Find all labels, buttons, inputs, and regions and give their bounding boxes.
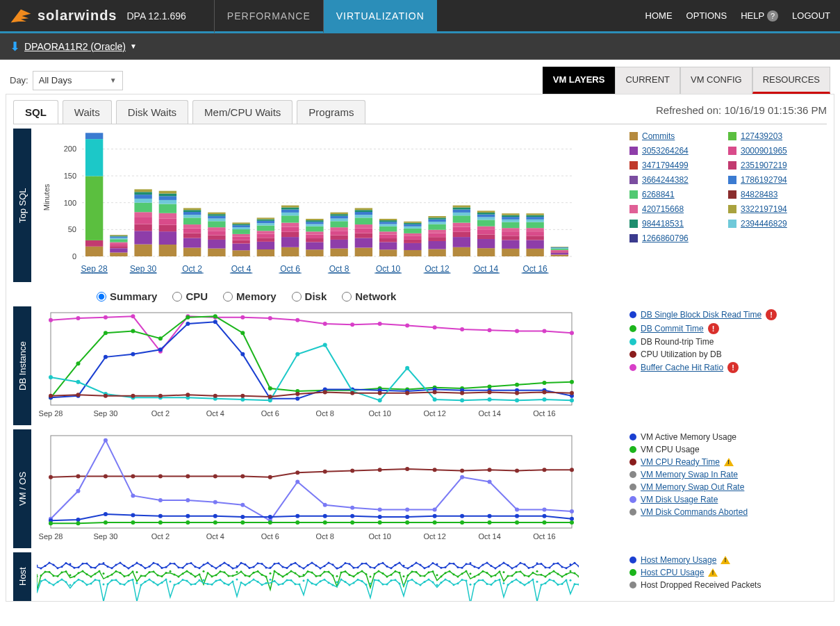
svg-point-587 xyxy=(149,571,151,573)
download-arrow-icon[interactable]: ⬇ xyxy=(10,39,20,54)
svg-point-712 xyxy=(124,584,126,586)
svg-point-472 xyxy=(215,567,217,569)
legend-label[interactable]: VM Disk Commands Aborted xyxy=(641,507,748,517)
legend-item[interactable]: 127439203 xyxy=(728,131,823,141)
legend-label[interactable]: Host Memory Usage xyxy=(641,555,716,565)
legend-link[interactable]: 1266860796 xyxy=(642,233,689,243)
legend-item[interactable]: 3053264264 xyxy=(629,146,724,156)
nav-options[interactable]: OPTIONS xyxy=(686,10,727,21)
legend-label[interactable]: DB Single Block Disk Read Time xyxy=(641,310,761,320)
legend-item[interactable]: VM CPU Usage xyxy=(629,445,823,454)
svg-point-656 xyxy=(436,574,438,576)
legend-item[interactable]: 2351907219 xyxy=(728,160,823,170)
chart-tab-mem-cpu[interactable]: Mem/CPU Waits xyxy=(192,100,293,124)
legend-item[interactable]: Host Memory Usage xyxy=(629,555,823,565)
legend-item[interactable]: VM Disk Usage Rate xyxy=(629,495,823,504)
legend-link[interactable]: 3000901965 xyxy=(741,146,787,156)
tab-performance[interactable]: PERFORMANCE xyxy=(214,0,324,33)
legend-item[interactable]: 84828483 xyxy=(728,190,823,199)
legend-label[interactable]: DB Commit Time xyxy=(641,324,704,333)
svg-rect-59 xyxy=(208,231,225,235)
radio-summary[interactable]: Summary xyxy=(97,290,157,302)
legend-item[interactable]: 3471794499 xyxy=(629,160,724,170)
database-name-link[interactable]: DPAORA11R2 (Oracle) xyxy=(24,41,126,52)
legend-link[interactable]: 1786192794 xyxy=(741,175,787,185)
legend-item[interactable]: DB Commit Time! xyxy=(629,323,823,334)
legend-link[interactable]: 2394446829 xyxy=(741,219,787,229)
legend-item[interactable]: 2394446829 xyxy=(728,219,823,229)
legend-item[interactable]: 3000901965 xyxy=(728,146,823,156)
legend-item[interactable]: 3322197194 xyxy=(728,204,823,214)
svg-point-807 xyxy=(520,582,522,584)
legend-link[interactable]: 127439203 xyxy=(741,131,782,141)
legend-item[interactable]: VM CPU Ready Time xyxy=(629,457,823,467)
legend-item[interactable]: 1786192794 xyxy=(728,175,823,185)
legend-item[interactable]: DB Single Block Disk Read Time! xyxy=(629,309,823,320)
svg-point-706 xyxy=(99,579,101,582)
legend-link[interactable]: 984418531 xyxy=(642,219,684,229)
top-sql-chart[interactable]: 050100150200MinutesSep 28Sep 30Oct 2Oct … xyxy=(37,131,579,277)
tab-virtualization[interactable]: VIRTUALIZATION xyxy=(324,0,437,33)
host-chart[interactable] xyxy=(37,555,579,601)
legend-item[interactable]: Buffer Cache Hit Ratio! xyxy=(629,362,823,373)
radio-network[interactable]: Network xyxy=(342,290,396,302)
legend-item[interactable]: 420715668 xyxy=(629,204,724,214)
nav-help[interactable]: HELP? xyxy=(741,10,778,22)
legend-item[interactable]: 3664244382 xyxy=(629,175,724,185)
legend-link[interactable]: 2351907219 xyxy=(741,160,787,170)
legend-item[interactable]: Commits xyxy=(629,131,724,141)
svg-rect-87 xyxy=(281,237,299,247)
svg-rect-177 xyxy=(502,240,519,249)
legend-item[interactable]: 6268841 xyxy=(629,190,724,199)
chevron-down-icon[interactable]: ▼ xyxy=(130,42,137,50)
legend-link[interactable]: 3471794499 xyxy=(642,160,689,170)
svg-point-581 xyxy=(124,575,126,577)
svg-point-485 xyxy=(270,566,272,568)
legend-link[interactable]: 3664244382 xyxy=(642,175,689,185)
legend-item[interactable]: 1266860796 xyxy=(629,233,724,243)
legend-link[interactable]: 420715668 xyxy=(642,204,684,214)
nav-logout[interactable]: LOGOUT xyxy=(792,10,830,21)
legend-link[interactable]: 84828483 xyxy=(741,190,777,199)
radio-cpu[interactable]: CPU xyxy=(172,290,208,302)
chart-tab-sql[interactable]: SQL xyxy=(13,100,58,124)
radio-memory[interactable]: Memory xyxy=(223,290,277,302)
day-select[interactable]: All Days ▼ xyxy=(33,71,123,90)
legend-item[interactable]: VM Memory Swap Out Rate xyxy=(629,482,823,492)
legend-label[interactable]: Buffer Cache Hit Ratio xyxy=(641,363,723,372)
db-instance-chart[interactable]: Sep 28Sep 30Oct 2Oct 4Oct 6Oct 8Oct 10Oc… xyxy=(37,309,579,420)
legend-item[interactable]: Host CPU Usage xyxy=(629,568,823,577)
svg-rect-117 xyxy=(355,238,372,248)
svg-point-692 xyxy=(40,580,42,582)
chart-tab-programs[interactable]: Programs xyxy=(297,100,365,124)
legend-item[interactable]: VM Active Memory Usage xyxy=(629,432,823,442)
legend-item[interactable]: Host Dropped Received Packets xyxy=(629,580,823,590)
radio-disk[interactable]: Disk xyxy=(292,290,327,302)
legend-label[interactable]: Host CPU Usage xyxy=(641,568,704,577)
svg-point-501 xyxy=(336,567,338,569)
legend-link[interactable]: 3053264264 xyxy=(642,146,689,156)
svg-point-758 xyxy=(315,584,318,586)
legend-label[interactable]: VM Memory Swap In Rate xyxy=(641,470,738,479)
vm-os-chart[interactable]: Sep 28Sep 30Oct 2Oct 4Oct 6Oct 8Oct 10Oc… xyxy=(37,432,579,543)
legend-label[interactable]: VM CPU Ready Time xyxy=(641,457,720,467)
legend-item[interactable]: VM Memory Swap In Rate xyxy=(629,470,823,479)
legend-label[interactable]: VM Memory Swap Out Rate xyxy=(641,482,744,492)
vm-tab-layers[interactable]: VM LAYERS xyxy=(543,67,616,94)
vm-tab-resources[interactable]: RESOURCES xyxy=(752,67,830,94)
nav-home[interactable]: HOME xyxy=(645,10,673,21)
vm-tab-current[interactable]: CURRENT xyxy=(615,67,680,94)
svg-rect-44 xyxy=(159,193,176,196)
vm-tab-config[interactable]: VM CONFIG xyxy=(680,67,752,94)
legend-item[interactable]: CPU Utilization by DB xyxy=(629,349,823,359)
chart-tab-disk-waits[interactable]: Disk Waits xyxy=(116,100,188,124)
legend-item[interactable]: DB Round-trip Time xyxy=(629,337,823,347)
legend-link[interactable]: 6268841 xyxy=(642,190,675,199)
legend-item[interactable]: 984418531 xyxy=(629,219,724,229)
legend-label[interactable]: VM Disk Usage Rate xyxy=(641,495,718,504)
chart-tab-waits[interactable]: Waits xyxy=(63,100,112,124)
legend-item[interactable]: VM Disk Commands Aborted xyxy=(629,507,823,517)
legend-link[interactable]: Commits xyxy=(642,131,675,141)
legend-link[interactable]: 3322197194 xyxy=(741,204,787,214)
svg-point-787 xyxy=(436,584,438,586)
